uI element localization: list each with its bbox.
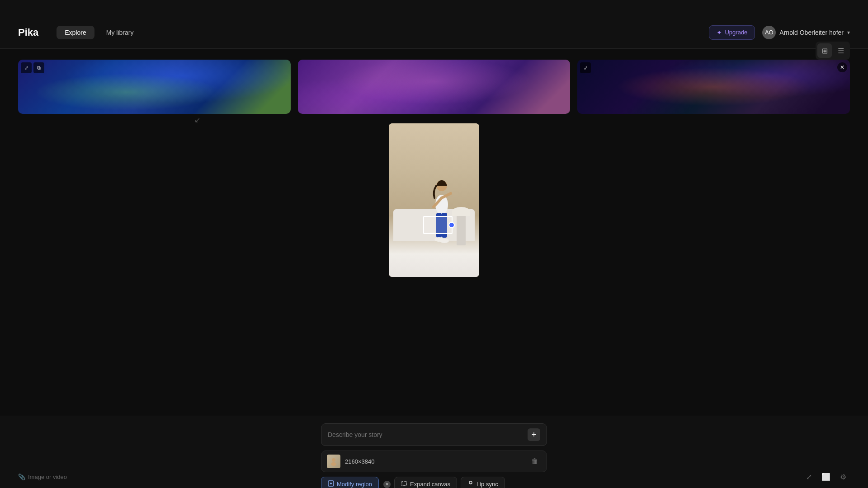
topbar: [0, 0, 868, 16]
footer-right-icons: ⤢ ⬜ ⚙: [802, 470, 850, 483]
image-or-video-toggle[interactable]: 📎 Image or video: [18, 474, 67, 480]
plus-icon: +: [532, 430, 537, 440]
file-thumb-icon: [329, 457, 338, 466]
user-info[interactable]: AO Arnold Oberleiter hofer ▾: [762, 26, 850, 39]
app-logo: Pika: [18, 27, 38, 38]
trash-icon: 🗑: [531, 457, 538, 465]
header-right: ✦ Upgrade AO Arnold Oberleiter hofer ▾: [709, 25, 850, 40]
center-image: [389, 123, 479, 277]
gallery-close-btn-3[interactable]: ✕: [837, 62, 847, 72]
star-icon: ✦: [717, 29, 722, 36]
fullscreen-icon-btn-3[interactable]: ⤢: [580, 62, 591, 73]
gallery-image-3: [577, 60, 850, 114]
tab-my-library[interactable]: My library: [98, 26, 142, 39]
svg-point-7: [440, 239, 449, 243]
fullscreen-icon: ⤢: [806, 473, 812, 481]
file-thumbnail: [327, 455, 340, 468]
upgrade-button[interactable]: ✦ Upgrade: [709, 25, 755, 40]
list-icon: ☰: [838, 47, 844, 55]
footer-row: 📎 Image or video ⤢ ⬜ ⚙: [0, 470, 868, 483]
expand-arrow-left[interactable]: ↙: [194, 116, 200, 124]
copy-icon-btn-1[interactable]: ⧉: [33, 62, 44, 73]
gallery-item-2[interactable]: [298, 60, 571, 114]
more-icon: ⚙: [840, 473, 846, 481]
grid-icon: ⊞: [822, 47, 828, 55]
tab-explore[interactable]: Explore: [57, 26, 94, 39]
grid-view-button[interactable]: ⊞: [817, 43, 832, 58]
svg-point-8: [332, 458, 335, 462]
room-lamp: [457, 214, 466, 245]
selection-box[interactable]: [423, 216, 453, 234]
gallery-overlay-1: ⤢ ⧉: [21, 62, 44, 73]
header: Pika Explore My library ✦ Upgrade AO Arn…: [0, 16, 868, 49]
settings-footer-button[interactable]: ⬜: [819, 470, 833, 483]
add-button[interactable]: +: [528, 428, 540, 441]
upgrade-label: Upgrade: [725, 29, 747, 36]
avatar: AO: [762, 26, 776, 39]
fullscreen-icon-btn-1[interactable]: ⤢: [21, 62, 32, 73]
delete-button[interactable]: 🗑: [528, 455, 541, 468]
selection-handle[interactable]: [448, 222, 455, 228]
gallery-item-3[interactable]: ⤢ ✕: [577, 60, 850, 114]
more-footer-button[interactable]: ⚙: [836, 470, 850, 483]
gallery-row: ⤢ ⧉ ⤢ ✕: [0, 49, 868, 114]
gallery-overlay-3: ⤢: [580, 62, 591, 73]
paperclip-icon: 📎: [18, 474, 25, 480]
image-or-video-label: Image or video: [28, 474, 67, 480]
gallery-item-1[interactable]: ⤢ ⧉: [18, 60, 291, 114]
user-name: Arnold Oberleiter hofer: [779, 29, 844, 36]
file-info-row: 2160×3840 🗑: [321, 450, 547, 472]
text-input-row: +: [321, 423, 547, 446]
chevron-down-icon: ▾: [847, 29, 850, 36]
settings-icon: ⬜: [821, 473, 830, 481]
main-content: ⤢ ⧉ ⤢ ✕ ↙: [0, 49, 868, 488]
svg-point-9: [331, 462, 336, 466]
gallery-image-2: [298, 60, 571, 114]
gallery-image-1: [18, 60, 291, 114]
file-size: 2160×3840: [345, 458, 524, 465]
nav-tabs: Explore My library: [57, 26, 142, 39]
center-image-container: [389, 123, 479, 277]
fullscreen-footer-button[interactable]: ⤢: [802, 470, 816, 483]
view-toggles: ⊞ ☰: [816, 42, 850, 60]
story-input[interactable]: [328, 431, 523, 438]
list-view-button[interactable]: ☰: [834, 43, 848, 58]
